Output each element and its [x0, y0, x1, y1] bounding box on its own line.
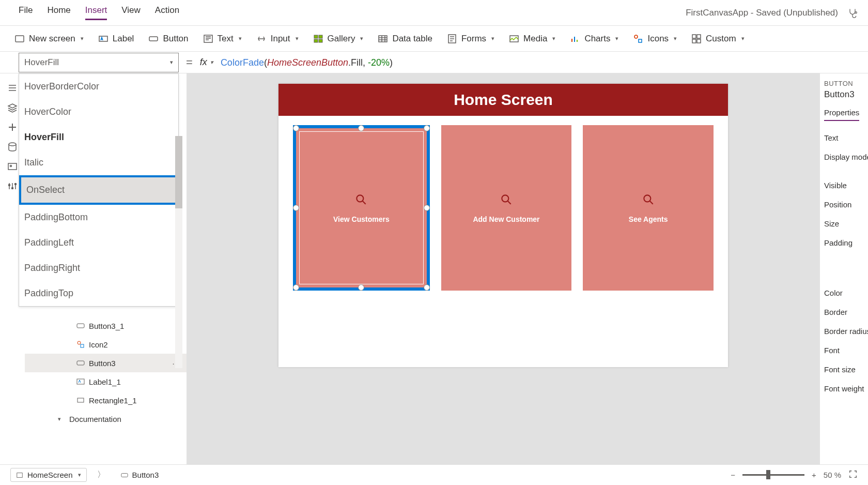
gallery-button[interactable]: Gallery▾ [313, 34, 364, 44]
menu-view[interactable]: View [121, 5, 141, 20]
menu-action[interactable]: Action [155, 5, 179, 20]
menu-bar: File Home Insert View Action [10, 5, 179, 20]
data-icon[interactable] [7, 142, 18, 152]
resize-handle[interactable] [424, 284, 430, 291]
data-table-button[interactable]: Data table [378, 34, 432, 44]
prop-size[interactable]: Size [824, 214, 864, 233]
tree-item-button3-1[interactable]: Button3_1 [25, 316, 187, 335]
title-bar: File Home Insert View Action FirstCanvas… [0, 0, 868, 26]
input-button[interactable]: Input▾ [256, 34, 299, 44]
equals-sign: = [179, 56, 200, 69]
dropdown-item-hoverbordercolor[interactable]: HoverBorderColor [19, 74, 178, 99]
resize-handle[interactable] [358, 284, 364, 291]
button-icon [76, 322, 85, 330]
tree-item-label1-1[interactable]: Label1_1 [25, 372, 187, 391]
svg-rect-9 [379, 36, 387, 42]
tree-item-icon2[interactable]: Icon2 [25, 335, 187, 354]
custom-button[interactable]: Custom▾ [691, 34, 745, 44]
svg-point-12 [634, 35, 638, 38]
text-button[interactable]: Text▾ [203, 34, 242, 44]
canvas-area[interactable]: Home Screen View Customers [187, 73, 819, 464]
prop-visible[interactable]: Visible [824, 176, 864, 195]
svg-point-22 [12, 188, 13, 189]
dropdown-item-onselect[interactable]: OnSelect [19, 175, 178, 205]
new-screen-button[interactable]: New screen▾ [14, 34, 84, 44]
menu-home[interactable]: Home [47, 5, 70, 20]
zoom-in-button[interactable]: + [812, 471, 816, 479]
formula-bar: HoverFill ▾ = fx▾ ColorFade(HomeScreenBu… [0, 52, 868, 73]
forms-button[interactable]: Forms▾ [447, 34, 494, 44]
svg-point-23 [15, 184, 17, 185]
fit-screen-icon[interactable] [848, 469, 858, 480]
prop-fontsize[interactable]: Font size [824, 360, 864, 379]
icons-button[interactable]: Icons▾ [633, 34, 677, 44]
tree-view-icon[interactable] [7, 83, 18, 93]
dropdown-item-paddingtop[interactable]: PaddingTop [19, 281, 178, 306]
svg-rect-24 [77, 324, 84, 328]
label-icon [76, 377, 85, 386]
button-button[interactable]: Button [148, 34, 188, 44]
add-icon[interactable] [7, 122, 18, 132]
breadcrumb-separator: 〉 [97, 469, 105, 480]
dropdown-item-italic[interactable]: Italic [19, 150, 178, 175]
insert-ribbon: New screen▾ Label Button Text▾ Input▾ Ga… [0, 26, 868, 52]
dropdown-item-hoverfill[interactable]: HoverFill [19, 125, 178, 150]
menu-insert[interactable]: Insert [85, 5, 107, 20]
tree-group-documentation[interactable]: ▾ Documentation [25, 410, 187, 428]
svg-rect-3 [149, 37, 158, 41]
dropdown-item-hovercolor[interactable]: HoverColor [19, 99, 178, 125]
resize-handle[interactable] [293, 284, 299, 291]
prop-color[interactable]: Color [824, 283, 864, 302]
svg-point-32 [502, 195, 508, 202]
charts-button[interactable]: Charts▾ [570, 34, 618, 44]
button-icon [148, 34, 159, 44]
resize-handle[interactable] [293, 205, 299, 211]
svg-rect-35 [121, 473, 127, 477]
svg-rect-16 [692, 39, 696, 43]
formula-input[interactable]: ColorFade(HomeScreenButton.Fill, -20%) [213, 57, 868, 68]
dropdown-item-paddingbottom[interactable]: PaddingBottom [19, 205, 178, 230]
prop-text[interactable]: Text [824, 128, 864, 147]
media-icon [509, 34, 519, 44]
resize-handle[interactable] [293, 125, 299, 131]
prop-fontweight[interactable]: Font weight [824, 379, 864, 398]
card-view-customers[interactable]: View Customers [293, 125, 430, 291]
zoom-out-button[interactable]: − [731, 471, 735, 479]
layers-icon[interactable] [7, 102, 18, 113]
media-rail-icon[interactable] [7, 161, 18, 172]
tree-item-button3[interactable]: Button3 ··· [25, 354, 187, 372]
fx-button[interactable]: fx▾ [200, 57, 213, 68]
tree-item-rectangle1-1[interactable]: Rectangle1_1 [25, 391, 187, 410]
prop-padding[interactable]: Padding [824, 233, 864, 252]
dropdown-item-paddingleft[interactable]: PaddingLeft [19, 230, 178, 255]
dropdown-scrollbar[interactable] [175, 74, 182, 306]
svg-rect-27 [77, 361, 84, 365]
dropdown-item-paddingright[interactable]: PaddingRight [19, 255, 178, 281]
property-selector[interactable]: HoverFill ▾ [19, 53, 179, 72]
zoom-slider[interactable] [742, 474, 804, 476]
search-icon [642, 193, 655, 208]
control-name: Button3 [824, 89, 864, 100]
resize-handle[interactable] [424, 125, 430, 131]
resize-handle[interactable] [424, 205, 430, 211]
breadcrumb-control[interactable]: Button3 [116, 468, 164, 481]
svg-rect-8 [319, 39, 322, 42]
resize-handle[interactable] [358, 125, 364, 131]
table-icon [378, 34, 388, 44]
menu-file[interactable]: File [19, 5, 33, 20]
prop-border[interactable]: Border [824, 302, 864, 322]
card-add-customer[interactable]: Add New Customer [441, 125, 572, 291]
properties-tab[interactable]: Properties [824, 105, 859, 121]
tools-icon[interactable] [7, 181, 18, 191]
breadcrumb-screen[interactable]: HomeScreen ▾ [10, 468, 87, 482]
prop-displaymode[interactable]: Display mode [824, 147, 864, 166]
svg-point-21 [9, 185, 10, 186]
prop-font[interactable]: Font [824, 341, 864, 360]
label-button[interactable]: Label [98, 34, 134, 44]
media-button[interactable]: Media▾ [509, 34, 555, 44]
card-see-agents[interactable]: See Agents [583, 125, 714, 291]
app-checker-icon[interactable] [847, 8, 858, 18]
app-canvas: Home Screen View Customers [278, 84, 728, 367]
prop-position[interactable]: Position [824, 195, 864, 214]
prop-borderradius[interactable]: Border radius [824, 322, 864, 341]
